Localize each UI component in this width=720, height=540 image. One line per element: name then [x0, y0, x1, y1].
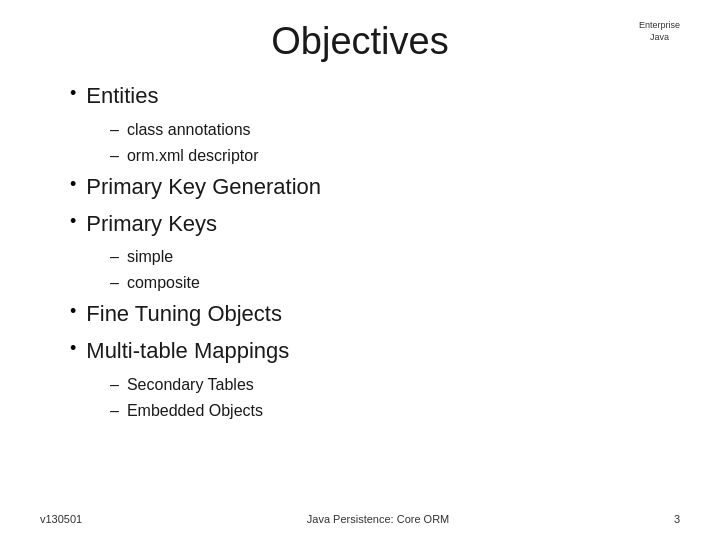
sub-text-secondary-tables: Secondary Tables	[127, 373, 254, 397]
sub-dash-4: –	[110, 271, 119, 295]
sub-text-composite: composite	[127, 271, 200, 295]
sub-dash: –	[110, 118, 119, 142]
bullet-dot-entities: •	[70, 81, 76, 106]
sub-dash-5: –	[110, 373, 119, 397]
sub-dash-3: –	[110, 245, 119, 269]
footer-title: Java Persistence: Core ORM	[307, 513, 449, 525]
sub-text-class-annotations: class annotations	[127, 118, 251, 142]
sub-dash-6: –	[110, 399, 119, 423]
sub-item-secondary-tables: – Secondary Tables	[110, 373, 680, 397]
slide-title: Objectives	[271, 20, 448, 63]
bullet-text-pkg: Primary Key Generation	[86, 172, 321, 203]
bullet-fine-tuning: • Fine Tuning Objects	[70, 299, 680, 330]
sub-dash-2: –	[110, 144, 119, 168]
footer-area: v130501 Java Persistence: Core ORM 3	[0, 513, 720, 525]
bullet-text-ft: Fine Tuning Objects	[86, 299, 282, 330]
enterprise-line2: Java	[650, 32, 669, 42]
sub-items-primary-keys: – simple – composite	[110, 245, 680, 295]
bullet-text-entities: Entities	[86, 81, 158, 112]
sub-items-entities: – class annotations – orm.xml descriptor	[110, 118, 680, 168]
sub-item-composite: – composite	[110, 271, 680, 295]
bullet-dot-pkg: •	[70, 172, 76, 197]
bullet-text-mt: Multi-table Mappings	[86, 336, 289, 367]
bullet-dot-mt: •	[70, 336, 76, 361]
header-area: Objectives Enterprise Java	[40, 20, 680, 63]
sub-items-multi-table: – Secondary Tables – Embedded Objects	[110, 373, 680, 423]
bullet-primary-keys: • Primary Keys	[70, 209, 680, 240]
sub-item-class-annotations: – class annotations	[110, 118, 680, 142]
bullet-primary-key-gen: • Primary Key Generation	[70, 172, 680, 203]
sub-text-orm-xml: orm.xml descriptor	[127, 144, 259, 168]
enterprise-line1: Enterprise	[639, 20, 680, 30]
sub-text-embedded-objects: Embedded Objects	[127, 399, 263, 423]
bullet-text-pk: Primary Keys	[86, 209, 217, 240]
bullet-entities: • Entities	[70, 81, 680, 112]
sub-item-simple: – simple	[110, 245, 680, 269]
sub-text-simple: simple	[127, 245, 173, 269]
slide-container: Objectives Enterprise Java • Entities – …	[0, 0, 720, 540]
footer-version: v130501	[40, 513, 82, 525]
sub-item-embedded-objects: – Embedded Objects	[110, 399, 680, 423]
bullet-dot-ft: •	[70, 299, 76, 324]
footer-page-number: 3	[674, 513, 680, 525]
enterprise-label: Enterprise Java	[639, 20, 680, 43]
bullet-multi-table: • Multi-table Mappings	[70, 336, 680, 367]
bullet-dot-pk: •	[70, 209, 76, 234]
sub-item-orm-xml: – orm.xml descriptor	[110, 144, 680, 168]
content-area: • Entities – class annotations – orm.xml…	[40, 81, 680, 423]
